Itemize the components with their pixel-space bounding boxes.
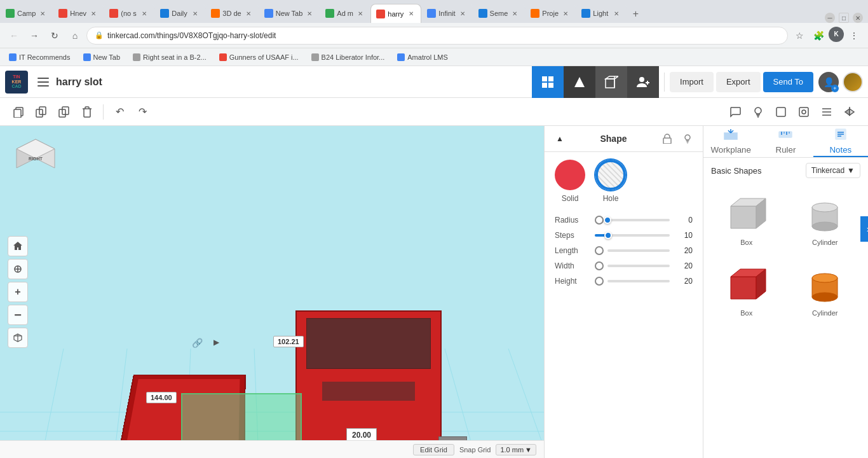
tab-close-light[interactable]: ✕ [612,9,621,18]
new-tab-button[interactable]: + [627,5,644,23]
add-user-icon[interactable]: 👤 + [818,72,839,92]
tab-proje[interactable]: Proje ✕ [525,4,576,23]
workplane-tab[interactable]: Workplane [703,126,758,157]
paste-in-place-button[interactable] [31,101,52,123]
bookmark-new-tab[interactable]: New Tab [79,52,125,62]
radius-slider-thumb[interactable] [604,216,611,224]
tab-light[interactable]: Light ✕ [576,4,627,23]
reload-button[interactable]: ↻ [46,27,64,45]
tab-close-nos[interactable]: ✕ [140,9,149,18]
tab-camp[interactable]: Camp ✕ [0,4,53,23]
tab-label-daily: Daily [172,10,188,17]
viewport[interactable]: 20.00 102.21 144.00 10.00 ▲ ▼ [0,126,544,458]
arrow-icon-viewport: ▶ [214,338,219,347]
redo-button[interactable]: ↷ [132,101,153,123]
speech-bubble-tool[interactable] [724,101,746,123]
export-button[interactable]: Export [716,72,761,92]
lightbulb-tool[interactable] [747,101,769,123]
bookmark-right-seat[interactable]: Right seat in a B-2... [129,52,210,62]
shape-outline-tool[interactable] [770,101,792,123]
bookmark-favicon-it [9,53,17,61]
height-slider[interactable] [607,280,670,282]
shape-item-cylinder-orange[interactable]: Cylinder [790,259,861,322]
copy-button[interactable] [8,101,29,123]
shape-item-box-gray[interactable]: Box [711,188,782,251]
plus-badge-icon: + [831,85,839,92]
profile-picture[interactable] [843,72,863,92]
close-button[interactable]: ✕ [853,13,863,23]
tab-close-3dde[interactable]: ✕ [244,9,253,18]
tab-adm[interactable]: Ad m ✕ [320,4,370,23]
tinkercad-logo[interactable]: TIN KER CAD [5,71,28,94]
bookmark-b24[interactable]: B24 Liberator Infor... [308,52,389,62]
panel-collapse-button[interactable]: ▲ [552,131,567,146]
zoom-in-button[interactable]: + [8,282,28,302]
tab-close-infiniti[interactable]: ✕ [458,9,467,18]
import-button[interactable]: Import [670,72,714,92]
solid-shape-type[interactable]: Solid [555,160,585,203]
home-button[interactable]: ⌂ [66,27,84,45]
panel-expand-button[interactable]: › [860,216,868,242]
lock-panel-icon[interactable] [660,131,675,146]
steps-slider-thumb[interactable] [604,232,612,239]
undo-button[interactable]: ↶ [109,101,130,123]
back-button[interactable]: ← [5,27,23,45]
tab-close-newtab[interactable]: ✕ [305,9,314,18]
tab-close-camp[interactable]: ✕ [38,9,47,18]
grid-view-button[interactable] [532,66,564,98]
bookmark-button[interactable]: ☆ [790,27,808,45]
menu-icon[interactable] [33,72,53,92]
tab-close-daily[interactable]: ✕ [191,9,200,18]
shapes-dropdown-button[interactable]: Tinkercad ▼ [806,163,860,178]
address-bar[interactable]: 🔒 tinkercad.com/things/0V8X8OTgjqo-harry… [86,27,788,45]
tab-close-proje[interactable]: ✕ [561,9,570,18]
box-3d-button[interactable] [595,66,627,98]
length-slider[interactable] [607,249,670,252]
profile-button[interactable]: K [829,27,844,42]
tab-daily[interactable]: Daily ✕ [154,4,205,23]
snap-grid-value[interactable]: 1.0 mm ▼ [496,444,536,455]
tab-close-adm[interactable]: ✕ [356,9,365,18]
person-add-button[interactable] [627,66,659,98]
ruler-tab[interactable]: Ruler [758,126,813,157]
shape-item-cylinder-gray[interactable]: Cylinder [790,188,861,251]
edit-grid-button[interactable]: Edit Grid [413,444,454,455]
bookmark-gunners[interactable]: Gunners of USAAF i... [215,52,302,62]
shapes-button[interactable] [564,66,595,98]
delete-button[interactable] [76,101,98,123]
steps-slider[interactable] [595,234,670,237]
notes-tab[interactable]: Notes [813,126,868,157]
tab-hnev[interactable]: Hnev ✕ [53,4,104,23]
tab-nos[interactable]: (no s ✕ [104,4,154,23]
bookmark-amatrol[interactable]: Amatrol LMS [393,52,452,62]
more-options-button[interactable]: ⋮ [845,27,863,45]
align-tool[interactable] [816,101,837,123]
home-view-button[interactable] [8,236,28,256]
bookmark-it-recommends[interactable]: IT Recommends [5,52,74,62]
send-to-button[interactable]: Send To [763,72,813,92]
tab-close-hnev[interactable]: ✕ [89,9,98,18]
duplicate-button[interactable] [53,101,75,123]
view-cube[interactable]: RIGHT [10,136,61,193]
minimize-button[interactable]: ─ [825,13,835,23]
tab-infiniti[interactable]: Infinit ✕ [421,4,472,23]
shape-item-box-red[interactable]: Box [711,259,782,322]
tab-seme[interactable]: Seme ✕ [473,4,526,23]
forward-button[interactable]: → [25,27,43,45]
extensions-button[interactable]: 🧩 [810,27,827,45]
rounded-shape-tool[interactable] [793,101,815,123]
tab-harry[interactable]: harry ✕ [370,4,421,23]
fit-to-view-button[interactable] [8,259,28,279]
tab-close-harry[interactable]: ✕ [407,10,416,18]
width-slider[interactable] [607,265,670,267]
hole-shape-type[interactable]: Hole [595,160,626,203]
tab-newtab[interactable]: New Tab ✕ [259,4,320,23]
radius-slider[interactable] [607,219,670,221]
mirror-tool[interactable] [839,101,860,123]
tab-close-seme[interactable]: ✕ [510,9,519,18]
tab-3dde[interactable]: 3D de ✕ [205,4,258,23]
bulb-panel-icon[interactable] [680,131,695,146]
zoom-out-button[interactable]: − [8,305,28,325]
maximize-button[interactable]: □ [839,13,849,23]
view-3d-button[interactable] [8,328,28,348]
